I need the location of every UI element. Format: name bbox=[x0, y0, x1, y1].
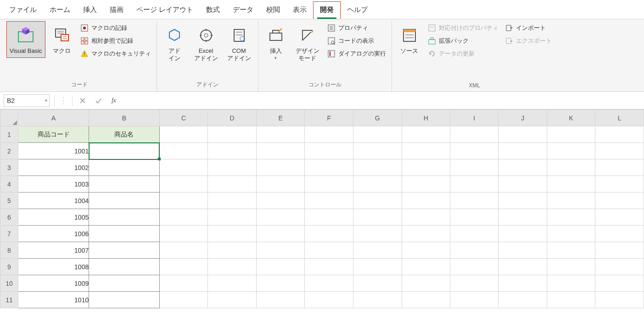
cell-K6[interactable] bbox=[547, 209, 595, 226]
col-header-J[interactable]: J bbox=[498, 110, 547, 126]
cell-H3[interactable] bbox=[402, 159, 450, 176]
cell-F11[interactable] bbox=[305, 292, 353, 308]
cell-K11[interactable] bbox=[547, 292, 595, 308]
select-all-corner[interactable] bbox=[0, 110, 18, 126]
cell-G3[interactable] bbox=[353, 159, 402, 176]
cell-L7[interactable] bbox=[595, 226, 644, 242]
cell-J3[interactable] bbox=[498, 159, 547, 176]
cell-D9[interactable] bbox=[208, 259, 257, 275]
cell-C9[interactable] bbox=[159, 259, 208, 275]
col-header-C[interactable]: C bbox=[159, 110, 208, 126]
cell-G7[interactable] bbox=[353, 226, 402, 242]
cell-L1[interactable] bbox=[595, 126, 644, 143]
worksheet[interactable]: ABCDEFGHIJKL1商品コード商品名2100131002410035100… bbox=[0, 109, 644, 308]
tab-review[interactable]: 校閲 bbox=[260, 2, 286, 19]
cell-F4[interactable] bbox=[305, 176, 353, 193]
cell-J9[interactable] bbox=[498, 259, 547, 275]
cell-B7[interactable] bbox=[89, 226, 160, 242]
col-header-E[interactable]: E bbox=[256, 110, 305, 126]
cell-G8[interactable] bbox=[353, 242, 402, 259]
cell-J11[interactable] bbox=[498, 292, 547, 308]
cell-A9[interactable]: 1008 bbox=[18, 259, 89, 275]
cell-C8[interactable] bbox=[159, 242, 208, 259]
cell-A7[interactable]: 1006 bbox=[18, 226, 89, 242]
cell-E3[interactable] bbox=[256, 159, 305, 176]
cell-G11[interactable] bbox=[353, 292, 402, 308]
cancel-button[interactable] bbox=[77, 95, 88, 106]
cell-A11[interactable]: 1010 bbox=[18, 292, 89, 308]
col-header-F[interactable]: F bbox=[305, 110, 353, 126]
row-header-4[interactable]: 4 bbox=[0, 176, 18, 193]
cell-E5[interactable] bbox=[256, 193, 305, 209]
cell-J6[interactable] bbox=[498, 209, 547, 226]
cell-L8[interactable] bbox=[595, 242, 644, 259]
cell-E9[interactable] bbox=[256, 259, 305, 275]
cell-K8[interactable] bbox=[547, 242, 595, 259]
row-header-9[interactable]: 9 bbox=[0, 259, 18, 275]
row-header-3[interactable]: 3 bbox=[0, 159, 18, 176]
view-code-button[interactable]: コードの表示 bbox=[325, 36, 388, 46]
cell-C3[interactable] bbox=[159, 159, 208, 176]
cell-D10[interactable] bbox=[208, 275, 257, 292]
cell-B3[interactable] bbox=[89, 159, 160, 176]
cell-A1[interactable]: 商品コード bbox=[18, 126, 89, 143]
cell-I5[interactable] bbox=[450, 193, 498, 209]
cell-J4[interactable] bbox=[498, 176, 547, 193]
macro-security-button[interactable]: ! マクロのセキュリティ bbox=[78, 49, 153, 59]
row-header-7[interactable]: 7 bbox=[0, 226, 18, 242]
cell-I10[interactable] bbox=[450, 275, 498, 292]
cell-I8[interactable] bbox=[450, 242, 498, 259]
tab-view[interactable]: 表示 bbox=[286, 2, 313, 19]
cell-A2[interactable]: 1001 bbox=[18, 143, 89, 159]
tab-insert[interactable]: 挿入 bbox=[77, 2, 103, 19]
cell-E11[interactable] bbox=[256, 292, 305, 308]
cell-B10[interactable] bbox=[89, 275, 160, 292]
cell-L5[interactable] bbox=[595, 193, 644, 209]
cell-L4[interactable] bbox=[595, 176, 644, 193]
excel-addins-button[interactable]: Excelアドイン bbox=[191, 21, 221, 65]
cell-A8[interactable]: 1007 bbox=[18, 242, 89, 259]
cell-E1[interactable] bbox=[256, 126, 305, 143]
cell-G1[interactable] bbox=[353, 126, 402, 143]
cell-H10[interactable] bbox=[402, 275, 450, 292]
tab-developer[interactable]: 開発 bbox=[313, 1, 341, 19]
cell-D2[interactable] bbox=[208, 143, 257, 159]
cell-C1[interactable] bbox=[159, 126, 208, 143]
com-addins-button[interactable]: COMアドイン bbox=[224, 21, 254, 65]
cell-A10[interactable]: 1009 bbox=[18, 275, 89, 292]
cell-D8[interactable] bbox=[208, 242, 257, 259]
cell-I2[interactable] bbox=[450, 143, 498, 159]
cell-K2[interactable] bbox=[547, 143, 595, 159]
formula-input[interactable] bbox=[124, 94, 640, 107]
col-header-G[interactable]: G bbox=[353, 110, 402, 126]
record-macro-button[interactable]: マクロの記録 bbox=[78, 23, 153, 33]
cell-L11[interactable] bbox=[595, 292, 644, 308]
cell-J8[interactable] bbox=[498, 242, 547, 259]
addins-button[interactable]: アドイン bbox=[161, 21, 188, 65]
cell-E8[interactable] bbox=[256, 242, 305, 259]
tab-page-layout[interactable]: ページ レイアウト bbox=[130, 2, 200, 19]
cell-H4[interactable] bbox=[402, 176, 450, 193]
cell-H11[interactable] bbox=[402, 292, 450, 308]
relative-ref-button[interactable]: 相対参照で記録 bbox=[78, 36, 153, 46]
cell-L2[interactable] bbox=[595, 143, 644, 159]
col-header-B[interactable]: B bbox=[89, 110, 160, 126]
cell-A6[interactable]: 1005 bbox=[18, 209, 89, 226]
row-header-11[interactable]: 11 bbox=[0, 292, 18, 308]
cell-F6[interactable] bbox=[305, 209, 353, 226]
cell-K1[interactable] bbox=[547, 126, 595, 143]
cell-F7[interactable] bbox=[305, 226, 353, 242]
fx-button[interactable]: fx bbox=[108, 95, 119, 106]
cell-L6[interactable] bbox=[595, 209, 644, 226]
row-header-5[interactable]: 5 bbox=[0, 193, 18, 209]
cell-K7[interactable] bbox=[547, 226, 595, 242]
visual-basic-button[interactable]: Visual Basic bbox=[6, 21, 45, 58]
name-box[interactable]: B2 bbox=[4, 94, 50, 107]
tab-home[interactable]: ホーム bbox=[43, 2, 77, 19]
cell-I3[interactable] bbox=[450, 159, 498, 176]
cell-D4[interactable] bbox=[208, 176, 257, 193]
cell-E7[interactable] bbox=[256, 226, 305, 242]
cell-H8[interactable] bbox=[402, 242, 450, 259]
cell-H6[interactable] bbox=[402, 209, 450, 226]
cell-F2[interactable] bbox=[305, 143, 353, 159]
